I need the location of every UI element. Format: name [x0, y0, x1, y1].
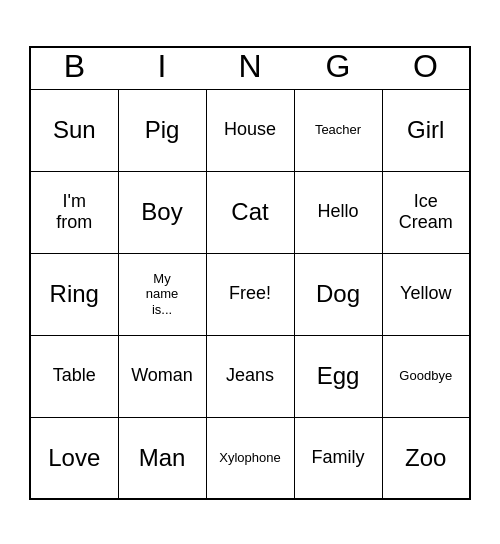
- cell-2-2: Free!: [206, 253, 294, 335]
- header-row: BINGO: [30, 47, 470, 90]
- cell-3-4: Goodbye: [382, 335, 470, 417]
- cell-0-1: Pig: [118, 89, 206, 171]
- header-B: B: [30, 47, 118, 90]
- cell-3-1: Woman: [118, 335, 206, 417]
- cell-3-2: Jeans: [206, 335, 294, 417]
- cell-3-0: Table: [30, 335, 118, 417]
- header-G: G: [294, 47, 382, 90]
- cell-2-4: Yellow: [382, 253, 470, 335]
- cell-0-3: Teacher: [294, 89, 382, 171]
- cell-1-3: Hello: [294, 171, 382, 253]
- cell-text-2-1-0: My: [153, 271, 170, 286]
- cell-0-4: Girl: [382, 89, 470, 171]
- cell-text-1-4-0: Ice: [414, 191, 438, 211]
- cell-1-2: Cat: [206, 171, 294, 253]
- header-N: N: [206, 47, 294, 90]
- header-I: I: [118, 47, 206, 90]
- cell-2-1: Mynameis...: [118, 253, 206, 335]
- cell-text-1-0-1: from: [56, 212, 92, 232]
- cell-0-0: Sun: [30, 89, 118, 171]
- cell-2-0: Ring: [30, 253, 118, 335]
- row-4: LoveManXylophoneFamilyZoo: [30, 417, 470, 499]
- cell-1-1: Boy: [118, 171, 206, 253]
- cell-1-4: IceCream: [382, 171, 470, 253]
- cell-4-2: Xylophone: [206, 417, 294, 499]
- row-1: I'mfromBoyCatHelloIceCream: [30, 171, 470, 253]
- cell-text-1-0-0: I'm: [63, 191, 86, 211]
- cell-4-1: Man: [118, 417, 206, 499]
- cell-3-3: Egg: [294, 335, 382, 417]
- cell-1-0: I'mfrom: [30, 171, 118, 253]
- row-3: TableWomanJeansEggGoodbye: [30, 335, 470, 417]
- bingo-grid: BINGO SunPigHouseTeacherGirlI'mfromBoyCa…: [29, 46, 471, 501]
- row-2: RingMynameis...Free!DogYellow: [30, 253, 470, 335]
- cell-0-2: House: [206, 89, 294, 171]
- cell-4-3: Family: [294, 417, 382, 499]
- cell-4-0: Love: [30, 417, 118, 499]
- row-0: SunPigHouseTeacherGirl: [30, 89, 470, 171]
- cell-2-3: Dog: [294, 253, 382, 335]
- cell-4-4: Zoo: [382, 417, 470, 499]
- cell-text-1-4-1: Cream: [399, 212, 453, 232]
- cell-text-2-1-1: name: [146, 286, 179, 301]
- cell-text-2-1-2: is...: [152, 302, 172, 317]
- header-O: O: [382, 47, 470, 90]
